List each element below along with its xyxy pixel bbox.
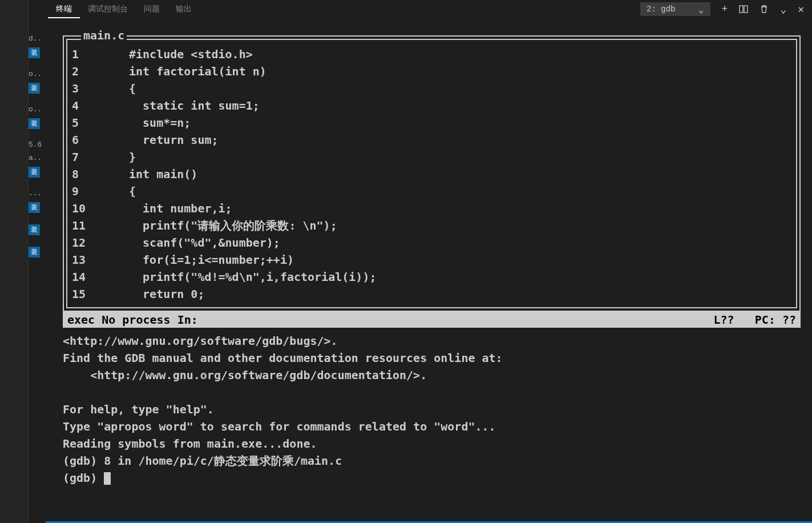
code-line: 9{ (72, 183, 791, 200)
extensions-panel: d.. 装 o.. 装 o.. 装 5.6 a.. 装 ... 装 装 装 (29, 0, 46, 523)
line-code: { (129, 80, 136, 97)
line-number: 1 (72, 46, 129, 63)
gdb-status-bar: exec No process In: L?? PC: ?? (63, 312, 801, 328)
line-number: 10 (72, 200, 129, 217)
code-line: 12 scanf("%d",&number); (72, 234, 791, 251)
panel-item[interactable]: a.. 装 (29, 154, 46, 189)
line-number: 13 (72, 251, 129, 268)
gdb-line: <http://www.gnu.org/software/gdb/bugs/>. (63, 332, 801, 349)
line-number: 3 (72, 80, 129, 97)
status-left: exec No process In: (67, 313, 714, 327)
code-line: 10 int number,i; (72, 200, 791, 217)
line-number: 5 (72, 114, 129, 131)
code-line: 6 return sum; (72, 131, 791, 148)
tab-terminal[interactable]: 终端 (48, 1, 80, 18)
code-line: 15 return 0; (72, 285, 791, 303)
line-code: printf("请输入你的阶乘数: \n"); (129, 217, 337, 234)
new-terminal-icon[interactable]: + (716, 1, 734, 17)
line-number: 12 (72, 234, 129, 251)
close-icon[interactable]: ✕ (792, 1, 810, 18)
gdb-line: <http://www.gnu.org/software/gdb/documen… (63, 367, 801, 384)
panel-item[interactable]: o.. 装 (29, 105, 46, 140)
terminal-content[interactable]: main.c 1#include <stdio.h>2int factorial… (46, 18, 812, 521)
panel-item[interactable]: ... 装 (29, 189, 46, 224)
line-code: for(i=1;i<=number;++i) (129, 251, 294, 268)
gdb-output: <http://www.gnu.org/software/gdb/bugs/>.… (63, 328, 801, 491)
panel-item[interactable]: d.. 装 (29, 34, 46, 70)
code-line: 1#include <stdio.h> (72, 46, 791, 63)
gdb-line (63, 384, 801, 401)
line-code: int number,i; (129, 200, 232, 217)
status-right: L?? PC: ?? (714, 313, 797, 327)
code-line: 8int main() (72, 166, 791, 183)
line-number: 4 (72, 97, 129, 114)
main-panel: 终端 调试控制台 问题 输出 2: gdb + ⌄ ✕ main.c 1#inc… (46, 0, 812, 523)
split-terminal-icon[interactable] (733, 2, 754, 16)
code-line: 11 printf("请输入你的阶乘数: \n"); (72, 217, 791, 234)
line-number: 6 (72, 131, 129, 148)
code-line: 4 static int sum=1; (72, 97, 791, 114)
trash-icon[interactable] (754, 2, 774, 16)
line-code: sum*=n; (129, 114, 191, 131)
line-code: scanf("%d",&number); (129, 234, 280, 251)
gdb-line: Find the GDB manual and other documentat… (63, 349, 801, 367)
code-line: 14 printf("%d!=%d\n",i,factorial(i)); (72, 268, 791, 285)
source-filename: main.c (81, 29, 127, 42)
gdb-line: For help, type "help". (63, 401, 801, 418)
line-code: #include <stdio.h> (129, 46, 253, 63)
panel-item[interactable]: o.. 装 (29, 70, 46, 105)
code-line: 7} (72, 148, 791, 166)
code-line: 2int factorial(int n) (72, 63, 791, 80)
svg-rect-0 (740, 6, 743, 13)
gdb-source-window: main.c 1#include <stdio.h>2int factorial… (63, 35, 801, 312)
line-number: 9 (72, 183, 129, 200)
line-code: static int sum=1; (129, 97, 260, 114)
tab-problems[interactable]: 问题 (136, 1, 168, 18)
tab-debug-console[interactable]: 调试控制台 (80, 1, 136, 18)
line-code: int factorial(int n) (129, 63, 266, 80)
gdb-line: (gdb) 8 in /home/pi/c/静态变量求阶乘/main.c (63, 452, 801, 469)
line-code: } (129, 148, 136, 166)
line-number: 15 (72, 285, 129, 303)
terminal-selector[interactable]: 2: gdb (640, 2, 710, 16)
code-line: 3{ (72, 80, 791, 97)
svg-rect-1 (744, 6, 748, 13)
panel-item[interactable]: 装 (29, 247, 46, 269)
line-number: 7 (72, 148, 129, 166)
panel-tab-bar: 终端 调试控制台 问题 输出 2: gdb + ⌄ ✕ (46, 0, 812, 18)
cursor (104, 472, 111, 485)
panel-item[interactable]: 5.6 (29, 140, 46, 154)
line-number: 8 (72, 166, 129, 183)
line-code: { (129, 183, 136, 200)
gdb-line: Type "apropos word" to search for comman… (63, 418, 801, 435)
chevron-down-icon[interactable]: ⌄ (774, 1, 792, 18)
line-number: 14 (72, 268, 129, 285)
line-code: int main() (129, 166, 197, 183)
line-code: return sum; (129, 131, 219, 148)
gdb-line: Reading symbols from main.exe...done. (63, 435, 801, 452)
code-line: 5 sum*=n; (72, 114, 791, 131)
panel-item[interactable]: 装 (29, 224, 46, 247)
line-number: 11 (72, 217, 129, 234)
activity-bar[interactable] (0, 0, 29, 523)
line-number: 2 (72, 63, 129, 80)
line-code: return 0; (129, 285, 204, 303)
line-code: printf("%d!=%d\n",i,factorial(i)); (129, 268, 376, 285)
gdb-prompt[interactable]: (gdb) (63, 469, 801, 486)
tab-output[interactable]: 输出 (168, 1, 200, 18)
code-line: 13 for(i=1;i<=number;++i) (72, 251, 791, 268)
